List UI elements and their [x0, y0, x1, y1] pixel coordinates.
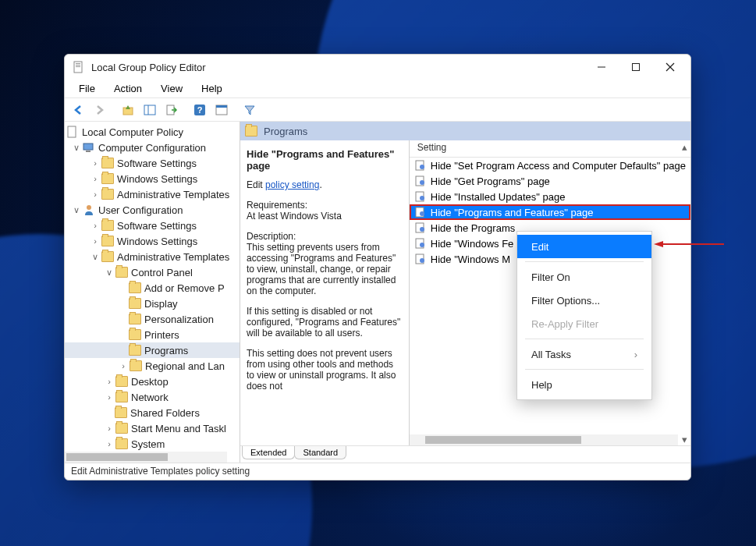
tree-start-menu[interactable]: ›Start Menu and Taskl — [65, 420, 240, 436]
tree-printers[interactable]: Printers — [65, 327, 240, 342]
help-button[interactable]: ? — [190, 100, 210, 120]
svg-rect-2 — [76, 65, 80, 66]
menubar: File Action View Help — [65, 80, 690, 98]
folder-icon — [101, 173, 114, 184]
show-hide-tree-button[interactable] — [140, 100, 160, 120]
menu-action[interactable]: Action — [105, 81, 151, 96]
tree-user-config[interactable]: ∨User Configuration — [65, 202, 240, 218]
forward-button[interactable] — [90, 100, 110, 120]
tab-extended[interactable]: Extended — [242, 446, 295, 459]
properties-button[interactable] — [211, 100, 232, 120]
expand-icon[interactable]: ∨ — [71, 204, 82, 215]
tree-network[interactable]: ›Network — [65, 389, 240, 405]
tree-user-admin[interactable]: ∨Administrative Templates — [65, 249, 240, 264]
column-header-setting[interactable]: Setting — [410, 140, 690, 158]
minimize-button[interactable] — [584, 56, 619, 78]
tree-user-windows[interactable]: ›Windows Settings — [65, 233, 240, 249]
titlebar: Local Group Policy Editor — [65, 55, 690, 80]
svg-rect-5 — [633, 64, 640, 71]
close-button[interactable] — [653, 56, 687, 78]
menu-view[interactable]: View — [151, 81, 192, 96]
svg-marker-35 — [654, 241, 663, 247]
tree-comp-software[interactable]: ›Software Settings — [65, 155, 240, 171]
folder-icon — [129, 298, 141, 309]
list-item-selected[interactable]: Hide "Programs and Features" page — [410, 204, 690, 220]
ctx-filter-on[interactable]: Filter On — [517, 265, 651, 289]
back-button[interactable] — [68, 100, 88, 120]
tree-computer-config[interactable]: ∨Computer Configuration — [65, 140, 240, 155]
expand-icon[interactable]: ∨ — [104, 267, 115, 278]
tree-root[interactable]: Local Computer Policy — [65, 124, 240, 140]
status-bar: Edit Administrative Templates policy set… — [65, 463, 690, 480]
ctx-edit[interactable]: Edit — [517, 235, 651, 258]
expand-icon[interactable]: › — [90, 158, 101, 168]
folder-icon — [101, 189, 114, 200]
scroll-up-icon[interactable]: ▴ — [678, 140, 690, 153]
tree-regional[interactable]: ›Regional and Lan — [65, 358, 240, 374]
menu-file[interactable]: File — [69, 81, 105, 96]
user-icon — [83, 204, 95, 216]
folder-icon — [245, 126, 257, 136]
list-item[interactable]: Hide "Set Program Access and Computer De… — [410, 158, 690, 173]
expand-icon[interactable]: ∨ — [90, 251, 101, 262]
list-item[interactable]: Hide "Installed Updates" page — [410, 189, 690, 204]
folder-icon — [129, 329, 141, 340]
context-menu: Edit Filter On Filter Options... Re-Appl… — [516, 231, 652, 400]
folder-icon — [129, 345, 141, 356]
filter-button[interactable] — [240, 100, 260, 120]
folder-icon — [115, 267, 128, 278]
folder-icon — [101, 158, 114, 168]
expand-icon[interactable]: › — [104, 376, 115, 387]
expand-icon[interactable]: › — [104, 438, 115, 449]
panel-header: Programs — [240, 122, 690, 140]
policy-icon — [66, 126, 79, 138]
svg-point-33 — [420, 258, 424, 263]
ctx-help[interactable]: Help — [517, 373, 651, 396]
tree-add-remove[interactable]: Add or Remove P — [65, 280, 240, 296]
expand-icon[interactable]: › — [104, 423, 115, 434]
tree-comp-windows[interactable]: ›Windows Settings — [65, 171, 240, 186]
ctx-filter-options[interactable]: Filter Options... — [517, 289, 651, 312]
menu-help[interactable]: Help — [192, 81, 232, 96]
edit-policy-link[interactable]: policy setting — [265, 179, 319, 190]
maximize-button[interactable] — [619, 56, 653, 78]
tree-shared-folders[interactable]: Shared Folders — [65, 405, 240, 420]
list-item[interactable]: Hide "Get Programs" page — [410, 173, 690, 189]
expand-icon[interactable]: › — [104, 392, 115, 402]
tree-control-panel[interactable]: ∨Control Panel — [65, 264, 240, 280]
tree-desktop[interactable]: ›Desktop — [65, 374, 240, 389]
export-button[interactable] — [161, 100, 182, 120]
tree-display[interactable]: Display — [65, 296, 240, 311]
list-scrollbar-horizontal[interactable] — [410, 434, 678, 445]
up-button[interactable] — [118, 100, 138, 120]
folder-icon — [115, 392, 128, 402]
expand-icon[interactable]: › — [90, 173, 101, 184]
tab-standard[interactable]: Standard — [294, 446, 346, 459]
setting-icon — [414, 237, 427, 250]
expand-icon[interactable]: › — [90, 220, 101, 231]
expand-icon[interactable]: › — [118, 360, 129, 371]
expand-icon[interactable]: ∨ — [71, 142, 82, 153]
window-title: Local Group Policy Editor — [91, 62, 584, 73]
tree-system[interactable]: ›System — [65, 436, 240, 452]
panel-title: Programs — [264, 126, 307, 137]
tree-personalization[interactable]: Personalization — [65, 311, 240, 327]
tree-scrollbar-horizontal[interactable] — [65, 452, 227, 463]
tree-user-software[interactable]: ›Software Settings — [65, 218, 240, 233]
scroll-down-icon[interactable]: ▾ — [678, 433, 690, 445]
ctx-all-tasks[interactable]: All Tasks› — [517, 342, 651, 366]
detail-title: Hide "Programs and Features" page — [247, 148, 403, 172]
svg-rect-16 — [68, 126, 76, 137]
folder-icon — [129, 314, 141, 324]
expand-icon[interactable]: › — [90, 236, 101, 246]
folder-icon — [101, 251, 114, 262]
tree-comp-admin[interactable]: ›Administrative Templates — [65, 186, 240, 202]
tree-programs[interactable]: Programs — [65, 342, 240, 358]
list-scrollbar-vertical[interactable]: ▴ ▾ — [678, 140, 690, 445]
folder-icon — [129, 282, 141, 293]
svg-point-23 — [420, 180, 424, 185]
folder-icon — [130, 360, 142, 371]
expand-icon[interactable]: › — [90, 189, 101, 200]
annotation-arrow — [654, 237, 724, 251]
svg-rect-1 — [76, 63, 80, 64]
